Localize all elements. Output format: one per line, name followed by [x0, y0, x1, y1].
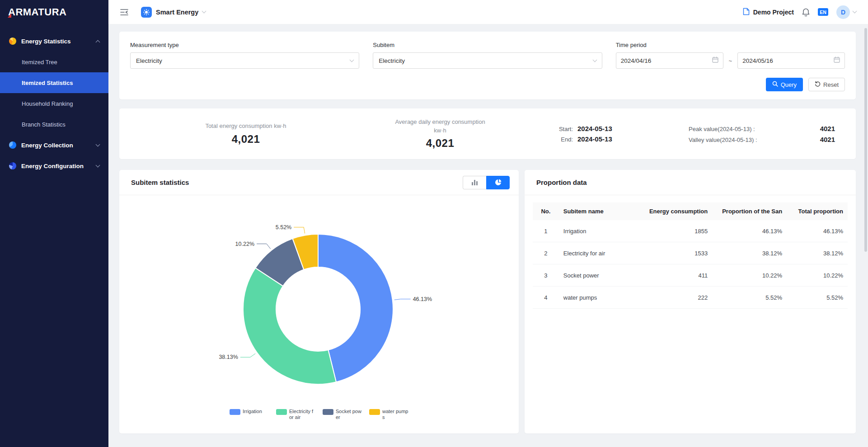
cell-no: 1 [533, 220, 559, 242]
average-consumption-value: 4,021 [393, 137, 488, 150]
cell-proportion: 10.22% [712, 264, 787, 287]
start-value: 2024-05-13 [577, 125, 612, 132]
vertical-scrollbar[interactable] [864, 28, 867, 252]
app-name: Smart Energy [156, 9, 198, 16]
subitem-group: Subitem Electricity [373, 42, 602, 69]
legend-label: water pumps [382, 409, 408, 420]
section-label: Energy Configuration [21, 163, 84, 169]
pie-label-line [240, 353, 255, 357]
chart-legend: Irrigation Electricity for air Socket po… [230, 409, 408, 420]
cell-energy-consumption: 411 [627, 264, 713, 287]
sidebar-item-label: Itemized Statistics [22, 80, 73, 86]
cell-proportion: 38.12% [712, 242, 787, 264]
measurement-type-group: Measurement type Electricity [130, 42, 359, 69]
side-menu: Energy Statistics Itemized Tree Itemized… [0, 24, 108, 176]
cell-proportion: 46.13% [712, 220, 787, 242]
sidebar-item-label: Household Ranking [22, 100, 73, 107]
pie-chart-toggle-button[interactable] [486, 176, 510, 189]
date-end-input[interactable] [742, 57, 834, 64]
gauge-icon [9, 141, 16, 149]
language-badge[interactable]: EN [818, 8, 828, 16]
sidebar-item-branch-statistics[interactable]: Branch Statistics [0, 114, 108, 135]
user-menu[interactable]: D [836, 5, 856, 19]
select-value: Electricity [136, 57, 162, 64]
query-button[interactable]: Query [766, 78, 803, 91]
table-row: 3 Socket power 411 10.22% 10.22% [533, 264, 848, 287]
reset-label: Reset [823, 81, 839, 88]
document-icon [743, 8, 750, 17]
cell-total-proportion: 10.22% [787, 264, 848, 287]
sidebar-item-itemized-statistics[interactable]: Itemized Statistics [0, 72, 108, 93]
legend-item-water-pumps[interactable]: water pumps [369, 409, 408, 420]
legend-swatch [323, 409, 333, 415]
column-header-energy-consumption: Energy consumption [627, 202, 713, 220]
legend-swatch [369, 409, 380, 415]
main-content: Measurement type Electricity Subitem Ele… [108, 24, 868, 447]
pie-percent-label: 38.13% [219, 354, 238, 360]
menu-fold-icon[interactable] [120, 9, 128, 16]
total-consumption-label: Total energy consumption kw·h [205, 122, 286, 130]
date-start-input[interactable] [621, 57, 712, 64]
total-consumption-value: 4,021 [205, 133, 286, 146]
sidebar-item-household-ranking[interactable]: Household Ranking [0, 93, 108, 114]
bar-chart-icon [471, 179, 478, 186]
chevron-down-icon [350, 57, 354, 62]
legend-item-irrigation[interactable]: Irrigation [230, 409, 269, 415]
summary-panel: Total energy consumption kw·h 4,021 Aver… [119, 108, 856, 159]
date-separator: ~ [729, 57, 732, 64]
smart-energy-icon [141, 7, 152, 18]
measurement-type-label: Measurement type [130, 42, 359, 48]
measurement-type-select[interactable]: Electricity [130, 52, 359, 69]
start-label: Start: [553, 126, 573, 132]
panel-title: Subitem statistics [131, 179, 189, 186]
donut-chart-svg: 46.13%38.13%10.22%5.52% [120, 195, 518, 408]
time-period-label: Time period [616, 42, 845, 48]
end-label: End: [553, 136, 573, 143]
subitem-select[interactable]: Electricity [373, 52, 602, 69]
pie-slice-electricity-for-air[interactable] [243, 268, 336, 384]
app-selector[interactable]: Smart Energy [141, 7, 206, 18]
project-selector[interactable]: Demo Project [743, 8, 794, 17]
reset-button[interactable]: Reset [808, 78, 845, 91]
legend-item-electricity-for-air[interactable]: Electricity for air [276, 409, 315, 420]
sidebar-section-energy-statistics[interactable]: Energy Statistics [0, 31, 108, 52]
cell-subitem-name: Socket power [559, 264, 627, 287]
donut-chart: 46.13%38.13%10.22%5.52% Irrigation Elect… [119, 195, 519, 433]
pie-percent-label: 46.13% [413, 296, 432, 302]
reset-icon [815, 81, 821, 88]
cell-proportion: 5.52% [712, 287, 787, 309]
end-value: 2024-05-13 [577, 135, 612, 143]
cell-subitem-name: water pumps [559, 287, 627, 309]
subitem-statistics-panel: Subitem statistics 46.13%38.13%10.22%5.5… [119, 170, 519, 433]
cell-no: 3 [533, 264, 559, 287]
legend-label: Irrigation [243, 409, 269, 414]
legend-label: Socket power [336, 409, 362, 420]
date-start-field[interactable] [616, 52, 723, 69]
calendar-icon [712, 56, 718, 65]
panel-title: Proportion data [536, 179, 587, 186]
pie-percent-label: 5.52% [276, 224, 291, 231]
topbar-right: Demo Project EN D [743, 5, 856, 19]
sidebar-section-energy-configuration[interactable]: Energy Configuration [0, 155, 108, 176]
column-header-subitem-name: Subitem name [559, 202, 627, 220]
sidebar-section-energy-collection[interactable]: Energy Collection [0, 135, 108, 155]
bar-chart-toggle-button[interactable] [463, 176, 486, 189]
query-label: Query [781, 81, 797, 88]
column-header-proportion: Proportion of the San [712, 202, 787, 220]
cell-no: 2 [533, 242, 559, 264]
avatar: D [836, 5, 850, 19]
average-consumption-label: Average daily energy consumption kw·h [393, 118, 488, 134]
legend-item-socket-power[interactable]: Socket power [323, 409, 362, 420]
cell-no: 4 [533, 287, 559, 309]
valley-label: Valley value(2024-05-13) : [689, 136, 757, 143]
sidebar-item-label: Branch Statistics [22, 121, 66, 128]
bell-icon[interactable] [802, 8, 810, 16]
peak-label: Peak value(2024-05-13) : [689, 126, 755, 132]
select-value: Electricity [379, 57, 405, 64]
calendar-icon [834, 56, 840, 65]
cell-subitem-name: Irrigation [559, 220, 627, 242]
sidebar-item-itemized-tree[interactable]: Itemized Tree [0, 52, 108, 72]
chart-type-toggle [463, 176, 510, 189]
date-end-field[interactable] [737, 52, 845, 69]
pie-chart-icon [9, 38, 16, 45]
